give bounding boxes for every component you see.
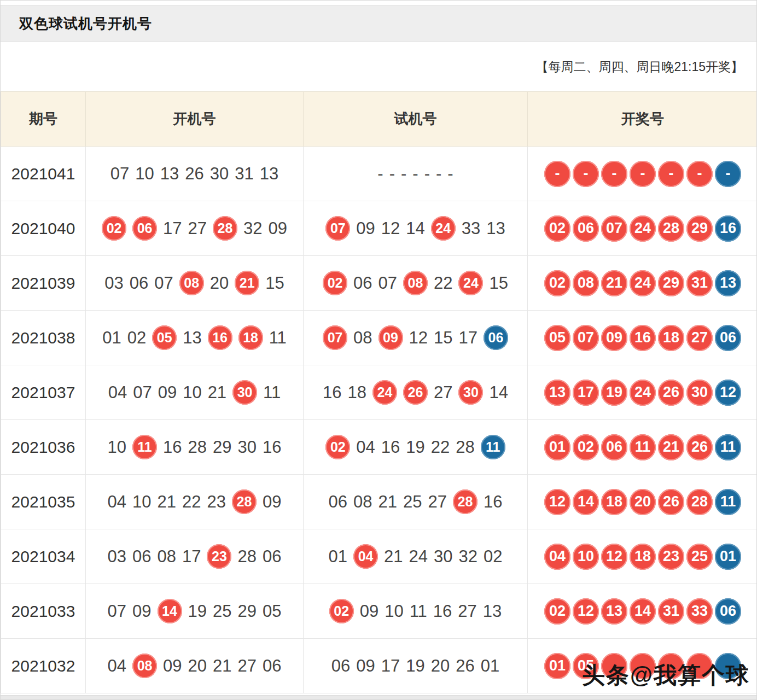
number: 33 — [462, 219, 480, 238]
number: 21 — [158, 492, 176, 512]
number: 30 — [210, 164, 229, 184]
kaijiang-cell: 02082124293113 — [528, 256, 757, 311]
kaijiang-cell: 04101218232501 — [528, 529, 757, 584]
kaijiang-cell: 12141820262811 — [528, 475, 757, 529]
number: 07 — [110, 164, 129, 184]
period-number: 2021033 — [11, 602, 75, 620]
number: 10 — [385, 602, 403, 621]
period-cell: 2021035 — [1, 475, 86, 529]
red-ball: 33 — [686, 598, 713, 625]
red-ball: 02 — [544, 598, 570, 625]
table-row: 2021037040709102130111618242627301413171… — [1, 365, 757, 420]
table-header-row: 期号 开机号 试机号 开奖号 — [1, 92, 757, 147]
red-ball: 18 — [601, 489, 627, 515]
period-cell: 2021032 — [1, 639, 86, 693]
red-ball: 01 — [544, 653, 570, 679]
red-ball: 21 — [235, 271, 259, 295]
red-ball: 16 — [630, 325, 656, 351]
header-shiji: 试机号 — [304, 92, 528, 147]
red-ball: 06 — [132, 216, 157, 241]
kaijiang-cell: 05070916182706 — [528, 311, 757, 365]
red-ball: 31 — [658, 598, 684, 625]
red-ball: 02 — [329, 599, 354, 623]
red-ball: 24 — [458, 271, 483, 295]
red-ball: 17 — [573, 380, 599, 406]
number: 08 — [353, 328, 372, 348]
number: 06 — [331, 656, 350, 676]
table-row: 2021040020617272832090709121424331302060… — [1, 201, 757, 256]
number: 09 — [263, 492, 281, 512]
red-ball: 07 — [325, 216, 350, 241]
number: 27 — [434, 383, 452, 402]
blue-ball: 11 — [715, 434, 741, 460]
number: 15 — [265, 273, 284, 293]
number: 30 — [237, 438, 256, 457]
number: - — [436, 164, 441, 184]
title-bar: 双色球试机号开机号 — [1, 5, 756, 42]
number: 07 — [378, 273, 397, 293]
number: 28 — [456, 438, 474, 457]
blue-ball: 06 — [715, 325, 741, 351]
bottom-cutoff-strip — [1, 695, 756, 699]
blue-ball: 06 — [484, 325, 508, 350]
number: 22 — [434, 273, 452, 293]
red-ball: 02 — [325, 435, 350, 459]
red-ball: 23 — [207, 544, 231, 569]
number: 25 — [213, 602, 231, 621]
number: - — [447, 164, 453, 184]
red-ball: 07 — [601, 215, 627, 242]
period-number: 2021039 — [11, 274, 75, 292]
number: 23 — [207, 492, 225, 512]
number: 14 — [489, 383, 508, 402]
number: 12 — [409, 328, 428, 348]
period-cell: 2021040 — [1, 201, 86, 256]
table-row: 2021036101116282930160204161922281101020… — [1, 420, 757, 475]
red-ball: 28 — [453, 489, 478, 514]
red-ball: - — [601, 161, 627, 187]
red-ball: - — [686, 161, 713, 187]
number: 19 — [188, 602, 207, 621]
red-ball: 29 — [686, 215, 713, 242]
number: 26 — [185, 164, 203, 184]
number: 31 — [235, 164, 253, 184]
red-ball: 23 — [658, 544, 684, 570]
red-ball: - — [658, 161, 684, 187]
number: 20 — [431, 656, 450, 676]
red-ball: - — [544, 161, 570, 187]
shiji-cell: 06082125272816 — [304, 475, 528, 529]
number: 09 — [268, 219, 287, 238]
number: 09 — [356, 656, 375, 676]
blue-ball: 01 — [715, 544, 741, 570]
number: 05 — [263, 602, 281, 621]
kaiji-cell: 03060708202115 — [86, 256, 304, 311]
red-ball: 05 — [544, 325, 570, 351]
number: 02 — [127, 328, 146, 348]
red-ball: 12 — [601, 544, 627, 570]
red-ball: 02 — [102, 216, 126, 241]
kaiji-cell: 07101326303113 — [86, 147, 304, 201]
number: 27 — [188, 219, 207, 238]
red-ball: 04 — [353, 544, 378, 569]
red-ball: 14 — [573, 489, 599, 515]
number: 29 — [213, 438, 231, 457]
kaijiang-cell: 13171924263012 — [528, 365, 757, 420]
number: 07 — [154, 273, 173, 293]
red-ball: 16 — [208, 325, 232, 350]
red-ball: 09 — [601, 325, 627, 351]
number: 15 — [489, 273, 508, 293]
number: 08 — [158, 547, 176, 567]
number: 19 — [406, 656, 424, 676]
number: 09 — [360, 602, 378, 621]
red-ball: 07 — [573, 325, 599, 351]
red-ball: 24 — [630, 270, 656, 296]
red-ball: 06 — [573, 215, 599, 242]
number: 25 — [403, 492, 422, 512]
number: 30 — [434, 547, 452, 567]
table-row: 2021038010205131618110708091215170605070… — [1, 311, 757, 365]
number: 24 — [409, 547, 428, 567]
number: 06 — [132, 547, 151, 567]
red-ball: 28 — [232, 489, 257, 514]
kaiji-cell: 10111628293016 — [86, 420, 304, 475]
kaiji-cell: 04070910213011 — [86, 365, 304, 420]
number: 29 — [237, 602, 256, 621]
